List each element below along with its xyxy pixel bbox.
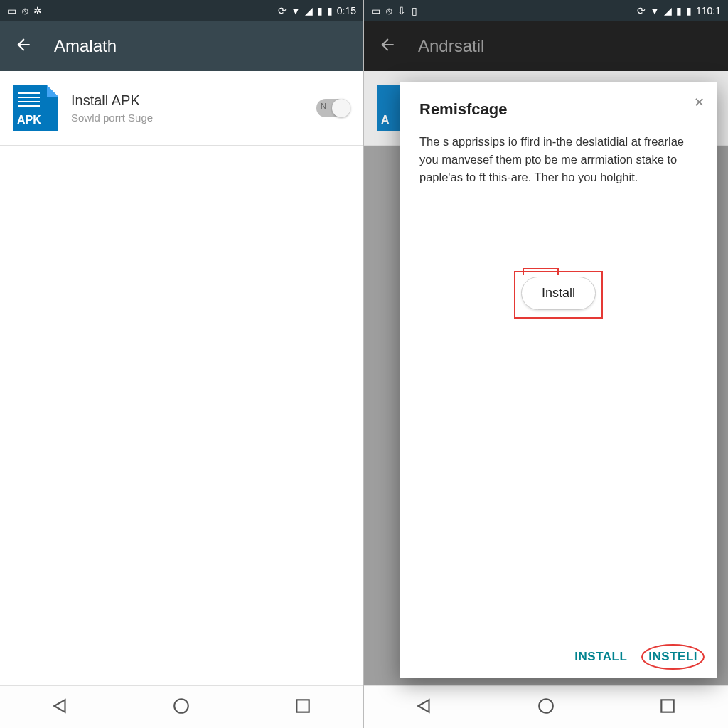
back-icon[interactable]	[378, 36, 397, 57]
insteli-action[interactable]: INSTELI	[648, 650, 697, 664]
app-bar: Andrsatil	[364, 21, 728, 71]
nav-recent-icon[interactable]	[658, 697, 677, 718]
install-apk-row[interactable]: APK Install APK Sowld porrt Suge N	[0, 71, 363, 146]
page-title: Amalath	[54, 36, 117, 56]
install-dialog: ✕ Remisfcage The s apprissips io ffird i…	[400, 82, 717, 678]
install-pill-button[interactable]: Install	[521, 277, 596, 310]
svg-rect-3	[661, 700, 673, 712]
svg-point-0	[175, 699, 189, 713]
right-screenshot: ▭ ⎋ ⇩ ▯ ⟳ ▼ ◢ ▮ ▮ 110:1 Andrsatil A	[364, 0, 728, 728]
battery-icon: ▮	[686, 5, 692, 16]
notification-icon: ▭	[371, 5, 380, 16]
nav-recent-icon[interactable]	[294, 697, 312, 718]
card-icon: ▯	[412, 5, 417, 16]
svg-rect-1	[296, 700, 309, 712]
nav-home-icon[interactable]	[172, 697, 191, 718]
clock: 0:15	[337, 5, 356, 16]
nav-bar	[0, 685, 363, 728]
nav-bar	[364, 685, 728, 728]
sim-icon: ▮	[676, 5, 682, 16]
download-icon: ⇩	[397, 5, 406, 16]
status-bar: ▭ ⎋ ⇩ ▯ ⟳ ▼ ◢ ▮ ▮ 110:1	[364, 0, 728, 21]
content-area: APK Install APK Sowld porrt Suge N	[0, 71, 363, 685]
install-highlight: Install	[514, 271, 603, 318]
status-bar: ▭ ⎋ ✲ ⟳ ▼ ◢ ▮ ▮ 0:15	[0, 0, 363, 21]
sync-icon: ⟳	[278, 5, 287, 16]
install-toggle[interactable]: N	[316, 99, 350, 117]
row-subtitle: Sowld porrt Suge	[71, 112, 304, 124]
app-bar: Amalath	[0, 21, 363, 71]
dialog-actions: INSTALL INSTELI	[419, 636, 697, 664]
signal-icon: ◢	[664, 5, 672, 16]
settings-status-icon: ✲	[33, 5, 42, 16]
wifi-icon: ▼	[650, 5, 660, 16]
wifi-icon: ▼	[291, 5, 301, 16]
apk-file-icon: APK	[13, 85, 58, 131]
nav-back-icon[interactable]	[415, 697, 434, 718]
left-screenshot: ▭ ⎋ ✲ ⟳ ▼ ◢ ▮ ▮ 0:15 Amalath APK Install…	[0, 0, 364, 728]
nav-back-icon[interactable]	[51, 697, 70, 718]
svg-point-2	[539, 699, 553, 713]
close-icon[interactable]: ✕	[694, 95, 705, 110]
battery-icon: ▮	[327, 5, 333, 16]
install-action[interactable]: INSTALL	[574, 650, 627, 664]
dialog-body: The s apprissips io ffird in-the deslati…	[419, 133, 697, 186]
sync-icon: ⟳	[637, 5, 646, 16]
usb-icon: ⎋	[22, 5, 28, 16]
usb-icon: ⎋	[386, 5, 392, 16]
back-icon[interactable]	[14, 36, 33, 57]
dialog-title: Remisfcage	[419, 100, 697, 119]
clock: 110:1	[696, 5, 721, 16]
nav-home-icon[interactable]	[537, 697, 555, 718]
row-title: Install APK	[71, 92, 304, 109]
page-title: Andrsatil	[418, 36, 484, 56]
notification-icon: ▭	[7, 5, 16, 16]
signal-icon: ◢	[305, 5, 313, 16]
sim-icon: ▮	[317, 5, 323, 16]
